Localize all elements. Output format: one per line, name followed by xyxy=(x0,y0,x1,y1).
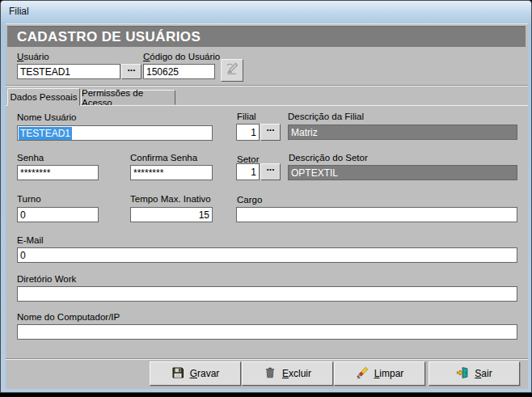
window-title: Filial xyxy=(9,6,29,17)
screenshot: Filial CADASTRO DE USUÁRIOS Usuário ... … xyxy=(0,0,532,397)
window: Filial CADASTRO DE USUÁRIOS Usuário ... … xyxy=(0,0,532,393)
ellipsis-icon: ... xyxy=(266,164,274,171)
codigo-usuario-label: Código do Usuário xyxy=(143,52,220,61)
nome-computador-ip-input[interactable] xyxy=(17,324,517,340)
tempo-max-inativo-input[interactable] xyxy=(130,207,213,222)
descricao-filial-field: Matriz xyxy=(288,125,517,140)
tempo-max-inativo-label: Tempo Max. Inativo xyxy=(130,194,211,204)
edit-user-button[interactable] xyxy=(221,59,243,82)
divider xyxy=(6,85,528,87)
tab-permissoes-de-acesso[interactable]: Permissões de Acesso xyxy=(81,90,175,105)
nome-usuario-label: Nome Usuário xyxy=(17,112,77,122)
usuario-browse-button[interactable]: ... xyxy=(121,64,141,79)
codigo-usuario-input[interactable] xyxy=(143,64,215,79)
filial-label: Filial xyxy=(237,112,256,121)
confirma-senha-input[interactable] xyxy=(130,165,213,180)
hand-writing-icon xyxy=(225,61,239,79)
trash-icon xyxy=(264,366,277,382)
limpar-button-label: Limpar xyxy=(374,368,404,379)
cargo-input[interactable] xyxy=(236,207,517,222)
exit-door-icon xyxy=(456,366,469,382)
form-client-area: CADASTRO DE USUÁRIOS Usuário ... Código … xyxy=(6,23,528,389)
excluir-button-label: Excluir xyxy=(282,368,311,379)
filial-input[interactable] xyxy=(236,124,260,141)
turno-input[interactable] xyxy=(17,207,99,222)
selected-text: TESTEAD1 xyxy=(19,127,72,140)
tab-dados-pessoais[interactable]: Dados Pessoais xyxy=(7,88,80,106)
sair-button[interactable]: Sair xyxy=(429,361,520,386)
sair-button-label: Sair xyxy=(475,368,492,379)
gravar-button[interactable]: Gravar xyxy=(150,361,241,386)
turno-label: Turno xyxy=(17,194,41,204)
excluir-button[interactable]: Excluir xyxy=(242,361,333,386)
nome-computador-ip-label: Nome do Computador/IP xyxy=(17,312,120,322)
email-input[interactable] xyxy=(17,247,517,263)
filial-browse-button[interactable]: ... xyxy=(260,124,281,141)
floppy-icon xyxy=(171,366,184,382)
descricao-setor-field: OPTEXTIL xyxy=(288,165,517,180)
limpar-button[interactable]: Limpar xyxy=(334,361,425,386)
confirma-senha-label: Confirma Senha xyxy=(130,153,197,163)
setor-input[interactable] xyxy=(236,163,260,180)
page-title: CADASTRO DE USUÁRIOS xyxy=(7,26,526,47)
footer-divider xyxy=(6,358,528,360)
descricao-filial-label: Descrição da Filial xyxy=(288,112,364,121)
ellipsis-icon: ... xyxy=(127,65,135,72)
descricao-setor-label: Descrição do Setor xyxy=(289,153,368,163)
usuario-label: Usuário xyxy=(17,52,49,61)
cargo-label: Cargo xyxy=(237,195,262,205)
tab-page-edge xyxy=(6,105,528,106)
diretorio-work-input[interactable] xyxy=(17,286,517,302)
eraser-icon xyxy=(356,366,369,382)
gravar-button-label: Gravar xyxy=(190,368,220,379)
nome-usuario-input[interactable]: TESTEAD1 xyxy=(17,125,213,141)
email-label: E-Mail xyxy=(17,235,44,245)
usuario-input[interactable] xyxy=(17,64,120,79)
senha-input[interactable] xyxy=(17,165,99,180)
ellipsis-icon: ... xyxy=(266,125,274,132)
titlebar[interactable]: Filial xyxy=(1,1,531,23)
senha-label: Senha xyxy=(17,153,44,163)
diretorio-work-label: Diretório Work xyxy=(17,274,76,284)
setor-browse-button[interactable]: ... xyxy=(260,163,281,180)
